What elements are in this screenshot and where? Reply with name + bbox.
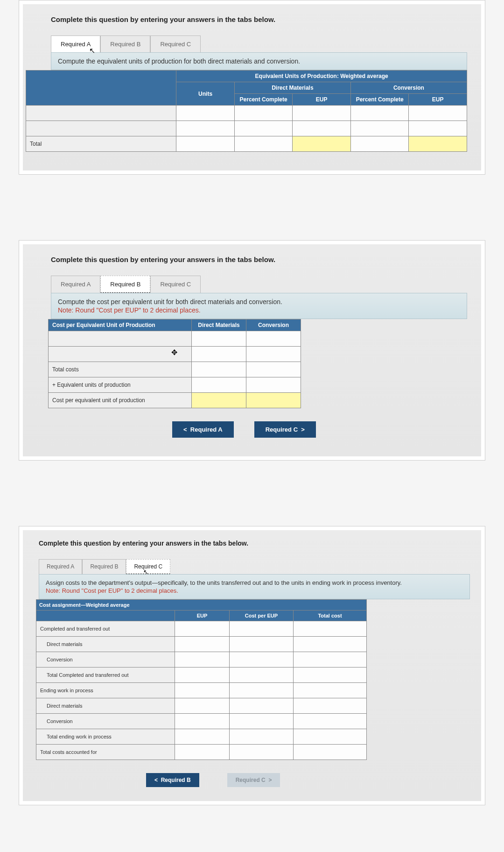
prev-required-b-button[interactable]: < Required B [146, 773, 199, 787]
row-conv-2: Conversion [36, 714, 175, 729]
tab-required-c[interactable]: Required C [150, 276, 201, 293]
th-eup-2: EUP [409, 94, 467, 106]
table-row[interactable] [26, 121, 176, 136]
row-dm: Direct materials [36, 637, 175, 652]
instruction-text: Complete this question by entering your … [39, 540, 470, 547]
table-row[interactable] [49, 331, 192, 347]
chevron-left-icon: < [183, 426, 187, 433]
chevron-left-icon: < [154, 777, 158, 783]
prompt-text: Compute the equivalent units of producti… [58, 57, 300, 65]
th-main: Equivalent Units of Production: Weighted… [176, 71, 467, 82]
tab-required-b[interactable]: Required B [100, 36, 150, 52]
th-total-cost: Total cost [294, 611, 367, 621]
th-dm: Direct Materials [192, 320, 246, 331]
row-tewip: Total ending work in process [36, 729, 175, 745]
cost-assignment-table: Cost assignment—Weighted average EUP Cos… [36, 599, 367, 760]
tab-required-a[interactable]: Required A [51, 276, 100, 293]
th-conversion: Conversion [350, 82, 467, 94]
card-required-c: Complete this question by entering your … [19, 526, 485, 805]
tab-required-c[interactable]: Required C [150, 36, 201, 52]
row-conv: Conversion [36, 652, 175, 667]
th-direct-materials: Direct Materials [234, 82, 350, 94]
total-row-label: Total [26, 136, 176, 152]
row-dm-2: Direct materials [36, 698, 175, 714]
tabs-row: Required A Required B Required C ↖ [39, 559, 470, 574]
card-required-b: Complete this question by entering your … [19, 240, 485, 461]
instruction-text: Complete this question by entering your … [51, 15, 467, 23]
prompt-text: Assign costs to the department's output—… [46, 579, 402, 586]
th-pct-2: Percent Complete [350, 94, 409, 106]
total-costs-label: Total costs [49, 362, 192, 377]
next-required-c-button-disabled: Required C > [227, 773, 280, 787]
table-row[interactable]: ✥ [49, 347, 192, 362]
table-row[interactable] [26, 106, 176, 121]
prompt-bar: Assign costs to the department's output—… [39, 574, 470, 599]
row-tca: Total costs accounted for [36, 745, 175, 760]
tab-required-b[interactable]: Required B [82, 559, 126, 574]
th-eup: EUP [175, 611, 230, 621]
row-ewip: Ending work in process [36, 683, 175, 698]
tab-required-a[interactable]: Required A [39, 559, 82, 574]
th-title: Cost assignment—Weighted average [36, 600, 367, 611]
nav-buttons: < Required A Required C > [51, 421, 467, 438]
note-text: Note: Round "Cost per EUP" to 2 decimal … [58, 306, 460, 314]
cpu-label: Cost per equivalent unit of production [49, 393, 192, 408]
tab-required-c[interactable]: Required C ↖ [126, 559, 170, 574]
pointer-cursor-icon: ↖ [89, 46, 95, 55]
th-units: Units [176, 82, 235, 106]
prev-required-a-button[interactable]: < Required A [172, 421, 234, 438]
th-conv: Conversion [246, 320, 301, 331]
th-pct-1: Percent Complete [234, 94, 293, 106]
instruction-text: Complete this question by entering your … [51, 256, 467, 263]
row-tcto: Total Completed and transferred out [36, 667, 175, 683]
row-cto: Completed and transferred out [36, 621, 175, 637]
pointer-cursor-icon: ↖ [143, 568, 148, 575]
note-text: Note: Round "Cost per EUP" to 2 decimal … [46, 587, 463, 594]
eup-label: + Equivalent units of production [49, 377, 192, 393]
th-cpe: Cost per EUP [230, 611, 294, 621]
chevron-right-icon: > [301, 426, 305, 433]
th-title: Cost per Equivalent Unit of Production [49, 320, 192, 331]
card-required-a: Complete this question by entering your … [19, 0, 485, 175]
chevron-right-icon: > [268, 777, 272, 783]
move-cursor-icon: ✥ [171, 348, 177, 357]
tab-required-b[interactable]: Required B [100, 276, 150, 293]
eup-table: Equivalent Units of Production: Weighted… [26, 70, 467, 152]
prompt-text: Compute the cost per equivalent unit for… [58, 298, 282, 305]
tabs-row: Required A Required B Required C [51, 276, 467, 293]
tabs-row: Required A Required B Required C [51, 36, 467, 52]
nav-buttons: < Required B Required C > [39, 773, 470, 787]
prompt-bar: Compute the cost per equivalent unit for… [51, 293, 467, 319]
cost-per-eup-table: Cost per Equivalent Unit of Production D… [48, 319, 301, 408]
th-eup-1: EUP [293, 94, 351, 106]
prompt-bar: Compute the equivalent units of producti… [51, 52, 467, 70]
next-required-c-button[interactable]: Required C > [254, 421, 316, 438]
